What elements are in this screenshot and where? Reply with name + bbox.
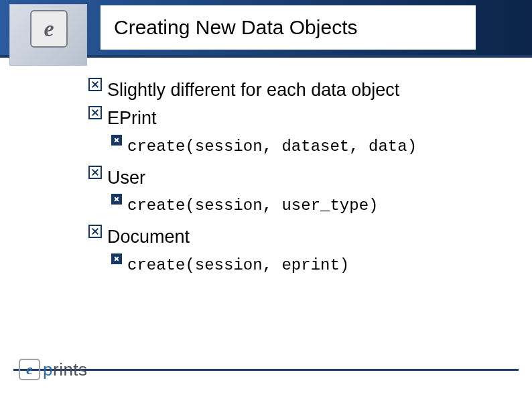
bullet-text: Document xyxy=(107,225,505,249)
checkbox-icon xyxy=(88,78,102,91)
bullet-document-code: create(session, eprint) xyxy=(88,253,505,278)
logo-glyph: e xyxy=(26,362,33,377)
checkbox-icon xyxy=(88,106,102,119)
bullet-user-code: create(session, user_type) xyxy=(88,194,505,218)
bullet-text: EPrint xyxy=(107,106,505,130)
bullet-text: User xyxy=(107,166,505,190)
bullet-eprint: EPrint xyxy=(88,106,505,130)
checkbox-filled-icon xyxy=(111,253,122,264)
logo-p: p xyxy=(43,359,53,380)
slide-title: Creating New Data Objects xyxy=(114,16,358,39)
checkbox-icon xyxy=(88,166,102,179)
footer-divider xyxy=(13,369,519,371)
code-text: create(session, user_type) xyxy=(127,194,505,218)
header: e Creating New Data Objects xyxy=(0,0,532,62)
eprints-logo-icon: e xyxy=(19,359,40,380)
app-icon: e xyxy=(30,10,68,48)
code-text: create(session, dataset, data) xyxy=(127,135,505,159)
bullet-user: User xyxy=(88,166,505,190)
slide: e Creating New Data Objects Slightly dif… xyxy=(0,0,532,399)
eprints-logo-text: prints xyxy=(43,359,88,380)
logo-rest: rints xyxy=(53,359,88,380)
footer: e prints xyxy=(0,369,532,376)
header-icon-tile: e xyxy=(9,4,87,66)
bullet-eprint-code: create(session, dataset, data) xyxy=(88,135,505,159)
eprints-logo: e prints xyxy=(19,359,88,380)
bullet-document: Document xyxy=(88,225,505,249)
checkbox-icon xyxy=(88,225,102,238)
checkbox-filled-icon xyxy=(111,135,122,146)
title-box: Creating New Data Objects xyxy=(101,5,476,50)
bullet-intro: Slightly different for each data object xyxy=(88,78,505,102)
content: Slightly different for each data object … xyxy=(88,74,505,278)
bullet-text: Slightly different for each data object xyxy=(107,78,505,102)
code-text: create(session, eprint) xyxy=(127,253,505,278)
checkbox-filled-icon xyxy=(111,194,122,205)
app-icon-glyph: e xyxy=(44,17,54,40)
